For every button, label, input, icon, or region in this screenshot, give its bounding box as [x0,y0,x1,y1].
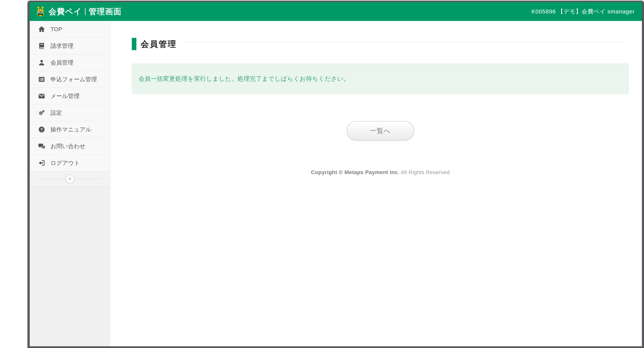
sidebar-item-contact[interactable]: お問い合わせ [30,138,110,155]
app-window: 会費ペイ 管理画面 K005896 【デモ】会費ペイ smanager TOP [28,1,644,348]
frog-mascot-icon [35,6,46,17]
back-to-list-button[interactable]: 一覧へ [347,121,414,140]
sidebar-item-mail[interactable]: メール管理 [30,88,110,105]
sidebar-item-manual[interactable]: ? 操作マニュアル [30,121,110,138]
brand-separator [85,8,86,15]
logout-icon [38,159,46,167]
sidebar-item-label: メール管理 [50,93,80,99]
copyright-company: Copyright © Metaps Payment Inc. [311,169,400,175]
question-icon: ? [38,126,46,133]
sidebar-menu: TOP 請求管理 会員管理 [30,21,110,171]
sidebar-item-label: 請求管理 [50,43,74,49]
page-title: 会員管理 [140,40,177,48]
sidebar-collapse-button[interactable]: « [66,175,74,184]
sidebar-empty-area [30,187,110,346]
title-rule [182,42,629,42]
gear-icon [38,109,46,117]
button-row: 一覧へ [132,121,629,140]
copyright-rights: All Rights Reserved [400,169,450,175]
mail-icon [38,92,46,100]
user-icon [38,59,46,67]
sidebar-item-label: 申込フォーム管理 [50,76,97,82]
sidebar-item-application-forms[interactable]: 申込フォーム管理 [30,71,110,88]
sidebar-item-label: 設定 [50,110,62,116]
sidebar-item-members[interactable]: 会員管理 [30,54,110,71]
main-content: 会員管理 会員一括変更処理を実行しました。処理完了までしばらくお待ちください。 … [110,21,642,346]
sidebar-item-billing[interactable]: 請求管理 [30,38,110,54]
sidebar-item-label: ログアウト [50,160,80,166]
form-icon [38,76,46,83]
brand-logo[interactable]: 会費ペイ 管理画面 [35,6,122,17]
svg-text:?: ? [40,127,43,132]
footer: Copyright © Metaps Payment Inc. All Righ… [132,169,629,176]
brand-subtitle: 管理画面 [89,8,122,16]
sidebar-item-top[interactable]: TOP [30,21,110,38]
book-icon [38,42,46,50]
home-icon [38,25,46,33]
account-info: K005896 【デモ】会費ペイ smanager [532,8,634,16]
brand-title: 会費ペイ [48,8,82,16]
sidebar: TOP 請求管理 会員管理 [30,21,110,346]
chat-icon [38,142,46,150]
sidebar-item-settings[interactable]: 設定 [30,105,110,121]
sidebar-item-logout[interactable]: ログアウト [30,155,110,171]
title-marker [132,38,136,50]
success-message-box: 会員一括変更処理を実行しました。処理完了までしばらくお待ちください。 [132,63,629,94]
sidebar-item-label: 操作マニュアル [50,127,92,132]
success-message-text: 会員一括変更処理を実行しました。処理完了までしばらくお待ちください。 [138,75,350,83]
sidebar-item-label: TOP [50,26,62,32]
page-title-row: 会員管理 [132,38,629,50]
sidebar-collapse-strip: « [30,171,110,187]
sidebar-item-label: 会員管理 [50,60,74,66]
sidebar-item-label: お問い合わせ [50,143,86,149]
app-header: 会費ペイ 管理画面 K005896 【デモ】会費ペイ smanager [30,2,642,21]
body-row: TOP 請求管理 会員管理 [30,21,642,346]
